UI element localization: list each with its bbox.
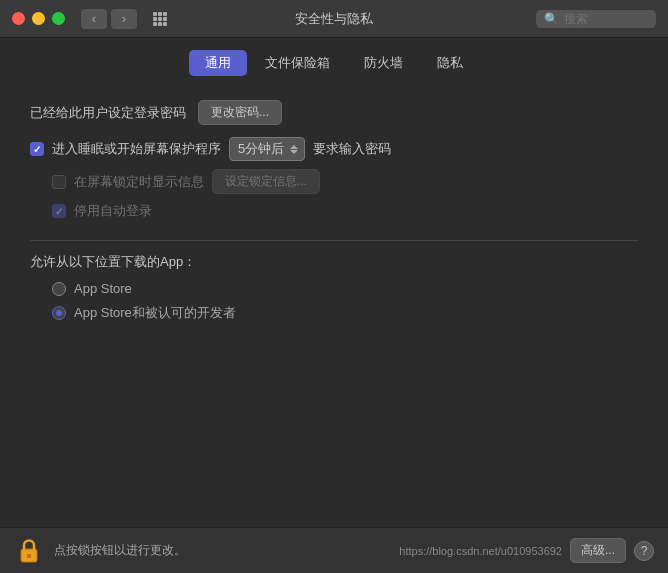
autologin-checkbox-row: 停用自动登录 xyxy=(30,202,638,220)
search-icon: 🔍 xyxy=(544,12,559,26)
sleep-checkbox-row: 进入睡眠或开始屏幕保护程序 5分钟后 要求输入密码 xyxy=(30,137,638,161)
svg-rect-2 xyxy=(163,12,167,16)
appstore-devs-radio-row: App Store和被认可的开发者 xyxy=(30,304,638,322)
arrow-up-icon xyxy=(290,145,298,149)
main-content: 已经给此用户设定登录密码 更改密码... 进入睡眠或开始屏幕保护程序 5分钟后 … xyxy=(0,84,668,322)
titlebar: ‹ › 安全性与隐私 🔍 xyxy=(0,0,668,38)
svg-rect-5 xyxy=(163,17,167,21)
sleep-checkbox[interactable] xyxy=(30,142,44,156)
appstore-devs-radio-label: App Store和被认可的开发者 xyxy=(74,304,236,322)
svg-rect-6 xyxy=(153,22,157,26)
advanced-button[interactable]: 高级... xyxy=(570,538,626,563)
close-button[interactable] xyxy=(12,12,25,25)
lockscreen-checkbox-row: 在屏幕锁定时显示信息 设定锁定信息... xyxy=(30,169,638,194)
svg-rect-8 xyxy=(163,22,167,26)
sleep-checkbox-label: 进入睡眠或开始屏幕保护程序 xyxy=(52,140,221,158)
lockscreen-checkbox[interactable] xyxy=(52,175,66,189)
bottom-bar: 点按锁按钮以进行更改。 https://blog.csdn.net/u01095… xyxy=(0,527,668,573)
tabs-bar: 通用 文件保险箱 防火墙 隐私 xyxy=(0,38,668,84)
lock-text: 点按锁按钮以进行更改。 xyxy=(54,542,389,559)
download-section: 允许从以下位置下载的App： App Store App Store和被认可的开… xyxy=(30,253,638,322)
spacer xyxy=(0,330,668,376)
lock-button[interactable] xyxy=(14,534,44,568)
svg-rect-1 xyxy=(158,12,162,16)
maximize-button[interactable] xyxy=(52,12,65,25)
bottom-right: https://blog.csdn.net/u010953692 高级... ? xyxy=(399,538,654,563)
lock-icon xyxy=(17,537,41,565)
forward-button[interactable]: › xyxy=(111,9,137,29)
change-password-button[interactable]: 更改密码... xyxy=(198,100,282,125)
search-input[interactable] xyxy=(564,12,654,26)
nav-buttons: ‹ › xyxy=(81,9,137,29)
appstore-radio[interactable] xyxy=(52,282,66,296)
help-button[interactable]: ? xyxy=(634,541,654,561)
back-button[interactable]: ‹ xyxy=(81,9,107,29)
search-box[interactable]: 🔍 xyxy=(536,10,656,28)
svg-rect-0 xyxy=(153,12,157,16)
minimize-button[interactable] xyxy=(32,12,45,25)
window-title: 安全性与隐私 xyxy=(295,10,373,28)
grid-button[interactable] xyxy=(147,9,173,29)
svg-rect-10 xyxy=(27,554,31,558)
tab-firewall[interactable]: 防火墙 xyxy=(348,50,419,76)
svg-rect-4 xyxy=(158,17,162,21)
section-divider xyxy=(30,240,638,241)
svg-rect-7 xyxy=(158,22,162,26)
svg-rect-3 xyxy=(153,17,157,21)
url-text: https://blog.csdn.net/u010953692 xyxy=(399,545,562,557)
password-row: 已经给此用户设定登录密码 更改密码... xyxy=(30,100,638,125)
appstore-radio-label: App Store xyxy=(74,281,132,296)
appstore-radio-row: App Store xyxy=(30,281,638,296)
grid-icon xyxy=(152,11,168,27)
sleep-duration-dropdown[interactable]: 5分钟后 xyxy=(229,137,305,161)
after-dropdown-label: 要求输入密码 xyxy=(313,140,391,158)
password-label: 已经给此用户设定登录密码 xyxy=(30,104,186,122)
set-lockscreen-button: 设定锁定信息... xyxy=(212,169,320,194)
arrow-down-icon xyxy=(290,150,298,154)
tab-privacy[interactable]: 隐私 xyxy=(421,50,479,76)
tab-general[interactable]: 通用 xyxy=(189,50,247,76)
dropdown-value: 5分钟后 xyxy=(238,140,284,158)
appstore-devs-radio[interactable] xyxy=(52,306,66,320)
autologin-label: 停用自动登录 xyxy=(74,202,152,220)
dropdown-arrows xyxy=(290,145,298,154)
autologin-checkbox[interactable] xyxy=(52,204,66,218)
lockscreen-label: 在屏幕锁定时显示信息 xyxy=(74,173,204,191)
tab-filevault[interactable]: 文件保险箱 xyxy=(249,50,346,76)
download-title: 允许从以下位置下载的App： xyxy=(30,253,638,271)
traffic-lights xyxy=(12,12,65,25)
